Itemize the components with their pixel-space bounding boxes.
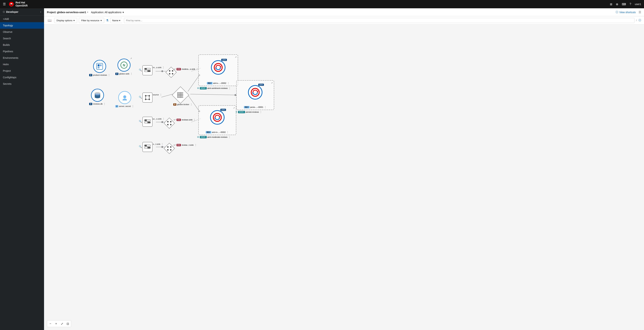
sidebar-item-configmaps[interactable]: ConfigMaps (0, 74, 44, 81)
svg-point-29 (95, 96, 100, 98)
view-shortcuts-link[interactable]: ⓘ View shortcuts (616, 11, 636, 14)
aiml-moderate-rev-label: aiml-m-...--00002 (212, 131, 226, 133)
sidebar-item-search[interactable]: Search (0, 35, 44, 42)
svg-point-37 (169, 70, 170, 72)
aiml-moderate-rev-menu-icon[interactable]: ⋮ (226, 131, 229, 134)
aiml-moderate-rev-row[interactable]: REV aiml-m-...--00002 ⋮ (206, 131, 229, 134)
source-aiml-m-s-sink-box[interactable] (142, 65, 152, 75)
ks-modera-s-sink-row[interactable]: KS modera...s-sink ⋮ (176, 68, 198, 70)
modera-s-sink-menu-icon[interactable]: ⋮ (196, 68, 198, 70)
svg-point-72 (170, 149, 172, 151)
persist-reviews-rev-badge: REV (244, 106, 250, 108)
sidebar-item-secrets[interactable]: Secrets (0, 81, 44, 87)
zoom-out-button[interactable]: + (54, 321, 59, 326)
filter-icon: ⚗ (106, 19, 108, 22)
sidebar-item-pipelines[interactable]: Pipelines (0, 48, 44, 55)
persist-reviews-circle-node[interactable]: 100% (248, 85, 262, 99)
produc-s-sink-search-icon: 🔍 (139, 120, 142, 123)
kafka-source-box[interactable] (142, 92, 152, 103)
terminal-icon[interactable]: ⌨ (622, 2, 626, 6)
globex-broker-diamond[interactable] (173, 88, 188, 102)
list-view-icon[interactable]: ☰ (638, 10, 641, 14)
hamburger-menu[interactable]: ☰ (3, 2, 6, 6)
zoom-fit-button[interactable]: ⊡ (65, 321, 70, 326)
ksvc-aiml-moderate-menu-icon[interactable]: ⋮ (228, 136, 231, 138)
filter-by-resource-arrow-icon: ▾ (100, 19, 102, 22)
help-icon[interactable]: ? (630, 2, 631, 6)
svg-point-31 (95, 93, 100, 95)
plus-circle-icon[interactable]: ⊕ (616, 2, 618, 6)
ksvc-aiml-sentiment-row[interactable]: ⚙ KSVC aiml-sentiment-reviews ⋮ (197, 87, 231, 90)
reviews-sink-label: reviews-sink (182, 119, 192, 121)
aiml-moderate-circle-node[interactable]: 100% (210, 110, 224, 125)
context-switcher[interactable]: ⬡ Developer ▾ (0, 8, 44, 16)
aiml-moderate-rev-badge: REV (206, 131, 211, 133)
globex-web-label: globex-web (119, 73, 129, 75)
filter-name-selector[interactable]: Name ▾ (110, 18, 122, 23)
kafka-source-menu-icon[interactable]: ⋮ (160, 93, 162, 96)
ks-reviews-sink-row[interactable]: KS reviews-sink ⋮ (176, 118, 196, 121)
topology-canvas[interactable]: D product-reviews ⋮ ↗ N D globex-web ⋮ (44, 25, 644, 330)
zoom-reset-button[interactable]: ⤢ (60, 321, 64, 326)
reviews-db-label: reviews-db (93, 103, 102, 105)
app-label: Application: All applications (91, 11, 122, 14)
search-input[interactable] (124, 18, 634, 23)
svg-point-1 (10, 4, 12, 5)
view-shortcuts-label: View shortcuts (619, 11, 636, 14)
project-selector[interactable]: Project: globex-serverless-user1 ▾ (47, 11, 88, 14)
source-produc-s-sink-box[interactable] (142, 117, 152, 127)
review-t-sink-menu-icon[interactable]: ⋮ (194, 144, 197, 146)
group-persist-reviews: ↗ 100% (236, 80, 274, 110)
grid-icon[interactable]: ⊞ (610, 2, 612, 6)
aiml-sentiment-rev-row[interactable]: REV aiml-s-...--00002 ⋮ (207, 82, 230, 85)
sidebar-item-project[interactable]: Project (0, 68, 44, 74)
source-aiml-s-t-sink-box[interactable] (142, 142, 152, 152)
globex-broker-menu-icon[interactable]: ⋮ (190, 103, 192, 106)
sidebar: ⬡ Developer ▾ +Add Topology Observe Sear… (0, 8, 44, 330)
group-aiml-sentiment-ext-link-icon[interactable]: ↗ (235, 56, 237, 58)
ksvc-persist-reviews-menu-icon[interactable]: ⋮ (260, 110, 262, 113)
group-persist-reviews-ext-link-icon[interactable]: ↗ (271, 82, 273, 84)
book-icon-button[interactable]: 📖 (47, 18, 52, 23)
node-globex-web[interactable]: ↗ N D globex-web ⋮ (115, 59, 133, 75)
filter-by-resource-button[interactable]: Filter by resource ▾ (79, 18, 104, 23)
zoom-in-button[interactable]: − (48, 321, 53, 326)
svg-point-39 (169, 73, 170, 74)
sidebar-item-observe[interactable]: Observe (0, 29, 44, 35)
ks-review-t-sink-group: ↩ KS review...t-sink ⋮ (174, 144, 197, 146)
sidebar-item-helm[interactable]: Helm (0, 61, 44, 68)
svg-rect-21 (96, 63, 103, 69)
sidebar-item-topology[interactable]: Topology (0, 22, 44, 29)
toolbar-info-icon[interactable]: ⓘ (638, 19, 641, 22)
display-options-button[interactable]: Display options ▾ (54, 18, 77, 23)
product-reviews-menu-icon[interactable]: ⋮ (108, 74, 110, 76)
content-area: Project: globex-serverless-user1 ▾ Appli… (44, 8, 644, 330)
group-aiml-moderate-ext-link-icon[interactable]: ↗ (233, 107, 235, 109)
reviews-sink-menu-icon[interactable]: ⋮ (193, 118, 196, 121)
server-secret-menu-icon[interactable]: ⋮ (132, 105, 134, 108)
app-selector[interactable]: Application: All applications ▾ (91, 11, 124, 14)
review-t-sink-badge: KS (176, 144, 181, 146)
reviews-db-menu-icon[interactable]: ⋮ (103, 102, 106, 105)
node-reviews-db[interactable]: D reviews-db ⋮ (89, 89, 106, 105)
persist-reviews-rev-label: persis-...--00001 (250, 106, 263, 108)
user-menu[interactable]: user1 (635, 3, 641, 5)
sidebar-item-environments[interactable]: Environments (0, 55, 44, 61)
aiml-sentiment-rev-menu-icon[interactable]: ⋮ (227, 82, 230, 85)
node-server-secret[interactable]: J server..secret ⋮ (115, 91, 134, 108)
ksvc-persist-reviews-row[interactable]: ⚙ KSVC persist-reviews ⋮ (235, 110, 262, 113)
diamond-node-3 (164, 144, 174, 153)
sidebar-item-builds[interactable]: Builds (0, 42, 44, 48)
globex-web-menu-icon[interactable]: ⋮ (130, 72, 133, 75)
ksvc-aiml-sentiment-menu-icon[interactable]: ⋮ (228, 87, 231, 90)
aiml-sentiment-circle-node[interactable]: 100% (211, 60, 226, 75)
ksvc-aiml-moderate-row[interactable]: ⚙ KSVC aiml-moderate-reviews ⋮ (197, 136, 231, 138)
persist-reviews-rev-row[interactable]: REV persis-...--00001 ⋮ (244, 106, 266, 109)
navbar: ☰ Red Hat OpenShift ⊞ ⊕ ⌨ ? user1 (0, 0, 644, 8)
node-product-reviews[interactable]: D product-reviews ⋮ (89, 60, 110, 76)
ks-review-t-sink-row[interactable]: KS review...t-sink ⋮ (176, 144, 197, 146)
globex-broker-label: globex-broker (177, 103, 189, 105)
group-aiml-moderate: ↗ 100% (198, 105, 236, 135)
persist-reviews-rev-menu-icon[interactable]: ⋮ (264, 106, 266, 109)
sidebar-item-add[interactable]: +Add (0, 16, 44, 22)
